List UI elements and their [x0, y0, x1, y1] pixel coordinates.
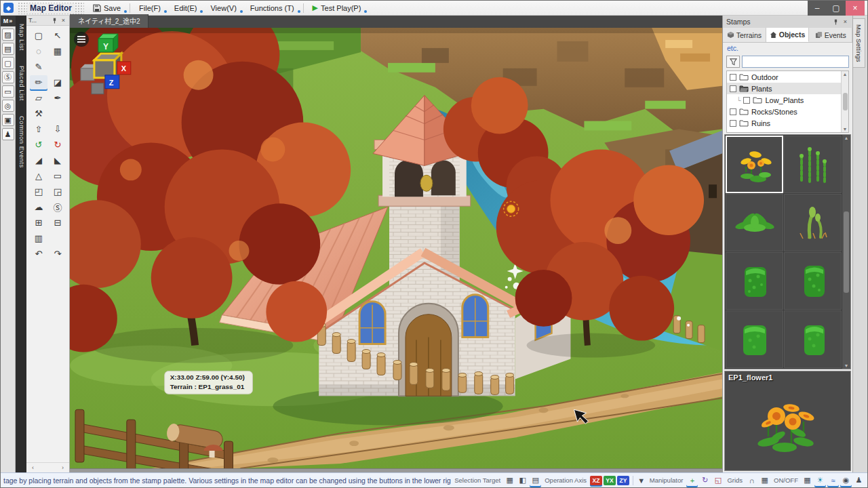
scroll-right-icon[interactable]: › [62, 464, 64, 471]
close-icon[interactable]: × [842, 18, 849, 26]
map-tab[interactable]: ネイティ村_2_途中2 [70, 14, 149, 28]
delete-tool[interactable]: ▥ [30, 231, 47, 245]
pin-icon[interactable] [51, 17, 58, 24]
menu-file[interactable]: File(F) [134, 3, 165, 14]
bring-forward-tool[interactable]: ◰ [30, 184, 47, 199]
tree-scrollbar[interactable]: ▲ ▼ [841, 71, 848, 132]
tree-item-ruins[interactable]: Ruins [727, 117, 848, 129]
close-button[interactable]: × [846, 1, 865, 16]
redo-tool[interactable]: ↷ [49, 247, 66, 261]
scene-3d[interactable]: X:33.00 Z:59.00 (Y:4.50) Terrain : EP1_g… [70, 28, 722, 468]
axis-xz-button[interactable]: XZ [590, 476, 602, 485]
save-button[interactable]: Save [88, 3, 125, 14]
undo-tool[interactable]: ↶ [30, 247, 47, 261]
stamp-brush-tool[interactable]: ◪ [49, 75, 66, 89]
checkbox[interactable] [743, 97, 750, 104]
collapsed-panel-tab[interactable]: M» [1, 16, 16, 26]
menu-view[interactable]: View(V) [205, 3, 241, 14]
snap-magnet-icon[interactable]: ∩ [746, 475, 757, 486]
checkbox[interactable] [730, 74, 736, 81]
bulb-icon[interactable]: ◉ [840, 475, 852, 486]
scroll-up-icon[interactable]: ▲ [844, 136, 849, 140]
pin-icon[interactable] [832, 18, 840, 26]
tab-common-events[interactable]: Common Events [16, 112, 26, 172]
scroll-left-icon[interactable]: ‹ [32, 464, 34, 471]
slope-tool[interactable]: ◢ [30, 153, 47, 167]
camera-icon[interactable]: ◎ [2, 100, 14, 112]
lasso-select-tool[interactable]: ◌ [30, 44, 47, 58]
send-backward-tool[interactable]: ◲ [49, 184, 66, 199]
target-terrain-icon[interactable]: ▦ [504, 475, 515, 486]
checkbox[interactable] [730, 120, 736, 127]
scroll-thumb[interactable] [844, 211, 849, 293]
target-building-icon[interactable]: ▤ [530, 475, 541, 486]
checkbox[interactable] [730, 108, 736, 115]
paste-tool[interactable]: ⊟ [49, 216, 66, 230]
filter-funnel-button[interactable] [726, 56, 740, 68]
slope-stack-tool[interactable]: ◣ [49, 153, 66, 167]
sound-stamp-tool[interactable]: Ⓢ [49, 200, 66, 214]
cursor-select-tool[interactable]: ↖ [49, 28, 66, 43]
tree-item-low-plants[interactable]: └ Low_Plants [727, 94, 848, 106]
tab-map-list[interactable]: Map List [16, 20, 26, 55]
character-display-icon[interactable]: ♟ [853, 475, 865, 486]
scroll-down-icon[interactable]: ▼ [843, 127, 848, 131]
save-slot-icon[interactable]: ▣ [2, 114, 14, 126]
drop-to-ground-icon[interactable]: ▼ [637, 475, 646, 486]
rotate-cw-tool[interactable]: ↻ [49, 138, 66, 152]
spray-tool[interactable]: ☁ [30, 200, 47, 214]
maximize-button[interactable]: ▢ [827, 1, 846, 16]
scroll-down-icon[interactable]: ▼ [844, 363, 849, 368]
raise-terrain-tool[interactable]: ⇧ [30, 122, 47, 136]
menu-functions[interactable]: Functions (T) [245, 3, 299, 14]
stamp-flower[interactable] [726, 136, 783, 193]
stamp-tall-plants[interactable] [784, 136, 842, 193]
grid-visibility-icon[interactable]: ▦ [802, 475, 813, 486]
display-icon[interactable]: ▭ [2, 85, 14, 98]
scroll-thumb[interactable] [843, 93, 848, 110]
tree-item-outdoor[interactable]: Outdoor [727, 71, 848, 83]
stamp-hedge-1[interactable] [726, 252, 783, 310]
sound-icon[interactable]: Ⓢ [2, 71, 14, 83]
tile-region-select-tool[interactable]: ▦ [49, 44, 66, 58]
stamp-rosette-plant[interactable] [726, 194, 783, 251]
assets-icon[interactable]: ▤ [2, 43, 14, 55]
database-icon[interactable]: ▢ [2, 57, 14, 69]
etc-link[interactable]: etc. [727, 44, 738, 52]
marquee-select-tool[interactable]: ▢ [30, 28, 47, 43]
cone-tool[interactable]: △ [30, 169, 47, 183]
checkbox[interactable] [730, 85, 736, 92]
map-edit-icon[interactable]: ▨ [2, 28, 14, 41]
stamp-hedge-2[interactable] [784, 252, 842, 310]
terrain-pen-tool[interactable]: ✎ [30, 60, 47, 74]
box-tool[interactable]: ▭ [49, 169, 66, 183]
stamp-hedge-3[interactable] [726, 310, 783, 368]
lower-terrain-tool[interactable]: ⇩ [49, 122, 66, 136]
pencil-tool[interactable]: ✏ [30, 75, 47, 89]
menu-edit[interactable]: Edit(E) [170, 3, 202, 14]
eyedropper-tool[interactable]: ✒ [49, 91, 66, 105]
minimize-button[interactable]: – [808, 1, 827, 16]
eraser-tool[interactable]: ▱ [30, 91, 47, 105]
fog-icon[interactable]: ≈ [827, 475, 839, 486]
keys-tool[interactable]: ⚒ [30, 106, 47, 121]
tab-objects[interactable]: Objects [766, 28, 810, 42]
lighting-icon[interactable]: ☀ [814, 475, 826, 486]
axis-zy-button[interactable]: ZY [617, 476, 629, 485]
stamp-hedge-4[interactable] [784, 310, 842, 368]
test-play-button[interactable]: ▶ Test Play(P) [308, 2, 366, 14]
tree-item-plants[interactable]: Plants [727, 83, 848, 94]
stamp-filter-input[interactable] [742, 56, 849, 68]
tab-events[interactable]: Events [809, 28, 852, 42]
scroll-up-icon[interactable]: ▲ [843, 72, 848, 77]
grid-icon[interactable]: ▦ [759, 475, 770, 486]
move-icon[interactable]: + [686, 475, 698, 486]
close-icon[interactable]: × [60, 17, 67, 24]
rotate-icon[interactable]: ↻ [699, 475, 711, 486]
stamp-grid-scrollbar[interactable]: ▲ ▼ [842, 135, 850, 369]
axis-yx-button[interactable]: YX [604, 476, 616, 485]
viewport-menu-button[interactable] [74, 32, 89, 47]
tab-map-settings[interactable]: Map Settings [853, 18, 865, 68]
tab-terrains[interactable]: Terrains [723, 28, 766, 42]
target-stamp-icon[interactable]: ◧ [517, 475, 528, 486]
